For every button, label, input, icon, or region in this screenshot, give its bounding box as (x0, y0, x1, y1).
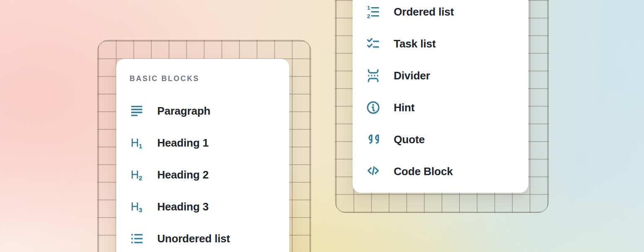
svg-text:1: 1 (367, 5, 371, 11)
menu-item-label: Heading 2 (157, 168, 208, 181)
basic-blocks-menu-rows: ParagraphH1Heading 1H2Heading 2H3Heading… (116, 95, 289, 252)
ordered-list-icon: 12 (366, 5, 380, 19)
menu-item-label: Heading 1 (157, 136, 208, 150)
hint-icon (366, 100, 380, 115)
divider-icon (366, 68, 380, 83)
code-block-icon (366, 164, 380, 178)
menu-item-paragraph[interactable]: Paragraph (116, 95, 289, 127)
heading-1-icon: H1 (130, 136, 144, 150)
menu-item-task-list[interactable]: Task list (353, 28, 528, 60)
svg-text:2: 2 (139, 175, 142, 181)
svg-text:2: 2 (367, 13, 370, 19)
svg-text:3: 3 (139, 207, 142, 213)
menu-item-divider[interactable]: Divider (353, 60, 528, 92)
menu-item-label: Heading 3 (157, 200, 208, 213)
menu-item-label: Task list (394, 37, 436, 50)
menu-item-unordered-list[interactable]: Unordered list (116, 223, 289, 252)
quote-icon (366, 132, 380, 147)
menu-item-ordered-list[interactable]: 12Ordered list (353, 0, 528, 28)
menu-item-label: Ordered list (394, 5, 454, 18)
menu-item-label: Hint (394, 101, 415, 114)
svg-text:1: 1 (139, 143, 142, 150)
paragraph-icon (130, 104, 144, 118)
menu-item-code-block[interactable]: Code Block (353, 155, 528, 187)
heading-3-icon: H3 (130, 200, 144, 214)
menu-item-label: Divider (394, 69, 430, 82)
blocks-menu-continued-rows: 12Ordered listTask listDividerHintQuoteC… (353, 0, 528, 187)
blocks-menu-continued: 12Ordered listTask listDividerHintQuoteC… (353, 0, 528, 193)
section-label: BASIC BLOCKS (130, 74, 289, 83)
svg-text:H: H (131, 136, 139, 149)
menu-item-label: Unordered list (157, 232, 230, 245)
svg-text:H: H (131, 200, 139, 213)
menu-item-quote[interactable]: Quote (353, 123, 528, 155)
basic-blocks-menu: BASIC BLOCKS ParagraphH1Heading 1H2Headi… (116, 59, 289, 252)
menu-item-heading-1[interactable]: H1Heading 1 (116, 127, 289, 159)
unordered-list-icon (130, 231, 144, 246)
menu-item-label: Code Block (394, 165, 453, 178)
task-list-icon (366, 37, 380, 51)
heading-2-icon: H2 (130, 168, 144, 182)
menu-item-hint[interactable]: Hint (353, 92, 528, 123)
menu-item-heading-2[interactable]: H2Heading 2 (116, 159, 289, 191)
menu-item-label: Quote (394, 133, 425, 146)
svg-text:H: H (131, 168, 139, 181)
menu-item-label: Paragraph (157, 105, 210, 118)
menu-item-heading-3[interactable]: H3Heading 3 (116, 191, 289, 223)
